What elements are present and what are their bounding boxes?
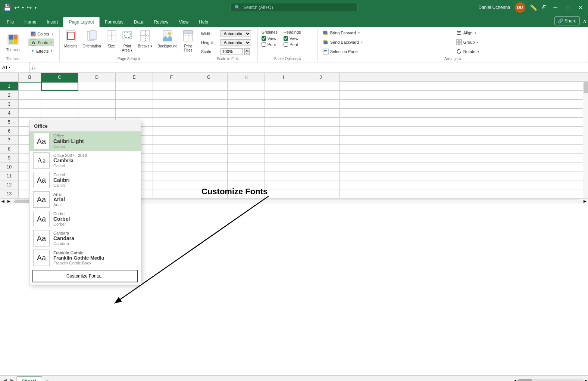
cell[interactable] — [116, 100, 153, 109]
cell[interactable] — [302, 109, 340, 118]
scroll-right-button[interactable]: ▶ — [6, 199, 12, 203]
cell[interactable] — [265, 118, 302, 127]
tab-formulas[interactable]: Formulas — [100, 17, 129, 27]
fonts-list[interactable]: Aa Office Calibri Light Calibri Aa Offic… — [29, 131, 141, 267]
cell[interactable] — [153, 136, 190, 145]
cell[interactable] — [228, 91, 265, 100]
cell[interactable] — [265, 136, 302, 145]
cell[interactable] — [190, 109, 228, 118]
row-header-12[interactable]: 12 — [0, 180, 19, 189]
sheet-tab-sheet1[interactable]: Sheet1 — [16, 377, 42, 381]
cell[interactable] — [228, 162, 265, 171]
name-box[interactable]: A1 ▾ — [0, 62, 30, 72]
cell[interactable] — [190, 127, 228, 136]
row-header-7[interactable]: 7 — [0, 136, 19, 145]
cell[interactable] — [302, 171, 340, 180]
cell[interactable] — [153, 171, 190, 180]
ribbon-collapse-icon[interactable]: ∧ — [583, 18, 587, 24]
tab-home[interactable]: Home — [19, 17, 41, 27]
col-header-i[interactable]: I — [265, 73, 302, 82]
cell[interactable] — [302, 100, 340, 109]
row-header-13[interactable]: 13 — [0, 189, 19, 198]
cell[interactable] — [302, 91, 340, 100]
cell[interactable] — [228, 100, 265, 109]
font-item-arial[interactable]: Aa Arial Arial Arial — [29, 190, 141, 209]
cell[interactable] — [116, 109, 153, 118]
hscroll-right-icon[interactable]: ▶ — [585, 379, 588, 381]
restore-down-icon[interactable]: 🗗 — [542, 4, 547, 10]
cell[interactable] — [78, 109, 116, 118]
cell[interactable] — [265, 154, 302, 162]
col-header-b[interactable]: B — [19, 73, 41, 82]
gridlines-view-checkbox[interactable] — [262, 36, 266, 41]
cell[interactable] — [190, 171, 228, 180]
hscroll-track[interactable] — [517, 379, 584, 381]
width-select[interactable]: Automatic — [220, 30, 251, 37]
sheet-hscroll[interactable]: ◀ ▶ — [513, 379, 588, 381]
row-header-6[interactable]: 6 — [0, 127, 19, 136]
cell[interactable] — [153, 91, 190, 100]
tab-page-layout[interactable]: Page Layout — [63, 17, 99, 27]
row-header-5[interactable]: 5 — [0, 118, 19, 127]
cell[interactable] — [153, 162, 190, 171]
cell[interactable] — [190, 154, 228, 162]
share-button[interactable]: 🔗 Share — [554, 16, 580, 25]
cell[interactable] — [190, 136, 228, 145]
row-header-4[interactable]: 4 — [0, 109, 19, 118]
sheet-options-group-label[interactable]: Sheet Options ⧉ — [260, 57, 315, 62]
col-header-h[interactable]: H — [228, 73, 265, 82]
tab-file[interactable]: File — [1, 17, 19, 27]
group-button[interactable]: Group ▾ — [453, 38, 585, 47]
cell[interactable] — [153, 180, 190, 189]
row-header-8[interactable]: 8 — [0, 145, 19, 154]
selection-pane-button[interactable]: Selection Pane — [320, 47, 452, 56]
col-header-d[interactable]: D — [78, 73, 116, 82]
cell[interactable] — [302, 136, 340, 145]
cell[interactable] — [41, 109, 78, 118]
cell[interactable] — [265, 171, 302, 180]
cell[interactable] — [302, 162, 340, 171]
tab-data[interactable]: Data — [129, 17, 148, 27]
gridlines-print-checkbox[interactable] — [262, 42, 266, 47]
cell[interactable] — [78, 91, 116, 100]
font-item-office2007[interactable]: Aa Office 2007 - 2010 Cambria Calibri — [29, 151, 141, 170]
cell[interactable] — [78, 100, 116, 109]
cell[interactable] — [116, 91, 153, 100]
arrange-group-label[interactable]: Arrange ⧉ — [320, 57, 585, 62]
headings-view-checkbox[interactable] — [284, 36, 288, 41]
row-header-9[interactable]: 9 — [0, 154, 19, 162]
cell[interactable] — [302, 145, 340, 154]
close-button[interactable]: ✕ — [576, 4, 585, 11]
search-box[interactable]: 🔍 — [231, 3, 357, 12]
cell[interactable] — [19, 100, 41, 109]
cell[interactable] — [265, 82, 302, 91]
font-item-office[interactable]: Aa Office Calibri Light Calibri — [29, 131, 141, 151]
cell[interactable] — [265, 100, 302, 109]
scale-to-fit-group-label[interactable]: Scale to Fit ⧉ — [200, 57, 255, 62]
cell[interactable] — [302, 154, 340, 162]
background-button[interactable]: Background — [155, 28, 179, 50]
col-header-e[interactable]: E — [116, 73, 153, 82]
cell[interactable] — [302, 180, 340, 189]
row-header-10[interactable]: 10 — [0, 162, 19, 171]
cell[interactable] — [228, 136, 265, 145]
font-item-corbel[interactable]: Aa Corbel Corbel Corbel — [29, 209, 141, 229]
bring-forward-button[interactable]: Bring Forward ▾ — [320, 28, 452, 37]
tab-insert[interactable]: Insert — [41, 17, 63, 27]
headings-print-checkbox[interactable] — [284, 42, 288, 47]
cell[interactable] — [228, 127, 265, 136]
scroll-right-end-button[interactable]: ▶ — [582, 199, 588, 203]
page-setup-group-label[interactable]: Page Setup ⧉ — [62, 57, 196, 62]
orientation-button[interactable]: Orientation — [81, 28, 103, 50]
height-select[interactable]: Automatic — [220, 39, 251, 46]
cell[interactable] — [228, 171, 265, 180]
row-header-3[interactable]: 3 — [0, 100, 19, 109]
row-header-11[interactable]: 11 — [0, 171, 19, 180]
print-titles-button[interactable]: PrintTitles — [181, 28, 196, 54]
save-icon[interactable]: 💾 — [3, 3, 11, 12]
print-area-button[interactable]: PrintArea ▾ — [120, 28, 135, 54]
cell[interactable] — [228, 82, 265, 91]
margins-button[interactable]: Margins — [62, 28, 80, 50]
colors-button[interactable]: Colors ▾ — [28, 31, 55, 37]
cell[interactable] — [265, 145, 302, 154]
